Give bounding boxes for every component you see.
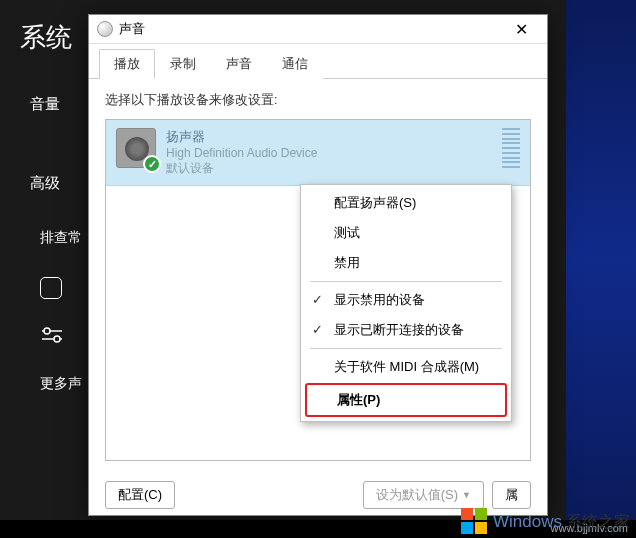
context-menu: 配置扬声器(S) 测试 禁用 ✓ 显示禁用的设备 ✓ 显示已断开连接的设备 关于…: [300, 184, 512, 422]
device-desc: High Definition Audio Device: [166, 146, 496, 160]
highlight-box: 属性(P): [305, 383, 507, 417]
menu-configure-speaker[interactable]: 配置扬声器(S): [304, 188, 508, 218]
tab-bar: 播放 录制 声音 通信: [89, 44, 547, 79]
chevron-down-icon: ▼: [462, 490, 471, 500]
device-item-speaker[interactable]: ✓ 扬声器 High Definition Audio Device 默认设备: [106, 120, 530, 186]
dialog-title: 声音: [119, 20, 503, 38]
check-icon: ✓: [312, 292, 323, 307]
configure-label: 配置(C): [118, 486, 162, 504]
speaker-device-icon: ✓: [116, 128, 156, 168]
menu-properties[interactable]: 属性(P): [307, 385, 505, 415]
menu-show-disabled-label: 显示禁用的设备: [334, 292, 425, 307]
watermark-suffix: 系统之家: [566, 512, 630, 533]
svg-point-3: [54, 336, 60, 342]
watermark: Windows 系统之家: [461, 508, 630, 536]
svg-point-2: [44, 328, 50, 334]
menu-separator: [310, 348, 502, 349]
properties-bottom-label: 属: [505, 486, 518, 504]
check-icon: ✓: [312, 322, 323, 337]
tab-playback[interactable]: 播放: [99, 49, 155, 79]
menu-about-midi[interactable]: 关于软件 MIDI 合成器(M): [304, 352, 508, 382]
mixer-icon: [40, 325, 64, 345]
device-info: 扬声器 High Definition Audio Device 默认设备: [166, 128, 496, 177]
dialog-titlebar: 声音 ✕: [89, 15, 547, 44]
menu-show-disconnected-label: 显示已断开连接的设备: [334, 322, 464, 337]
menu-show-disabled[interactable]: ✓ 显示禁用的设备: [304, 285, 508, 315]
close-button[interactable]: ✕: [503, 15, 539, 43]
speaker-box-icon: [40, 277, 62, 299]
menu-separator: [310, 281, 502, 282]
background-gradient: [566, 0, 636, 520]
set-default-label: 设为默认值(S): [376, 486, 458, 504]
menu-disable[interactable]: 禁用: [304, 248, 508, 278]
tab-recording[interactable]: 录制: [155, 49, 211, 79]
tab-sounds[interactable]: 声音: [211, 49, 267, 79]
instruction-text: 选择以下播放设备来修改设置:: [105, 91, 531, 109]
device-status: 默认设备: [166, 160, 496, 177]
level-meter-icon: [502, 128, 520, 168]
watermark-brand: Windows: [493, 512, 562, 532]
device-name: 扬声器: [166, 128, 496, 146]
menu-test[interactable]: 测试: [304, 218, 508, 248]
windows-logo-icon: [461, 508, 489, 536]
tab-communications[interactable]: 通信: [267, 49, 323, 79]
menu-show-disconnected[interactable]: ✓ 显示已断开连接的设备: [304, 315, 508, 345]
sound-icon: [97, 21, 113, 37]
default-check-icon: ✓: [143, 155, 161, 173]
configure-button[interactable]: 配置(C): [105, 481, 175, 509]
properties-bottom-button[interactable]: 属: [492, 481, 531, 509]
set-default-button[interactable]: 设为默认值(S) ▼: [363, 481, 484, 509]
